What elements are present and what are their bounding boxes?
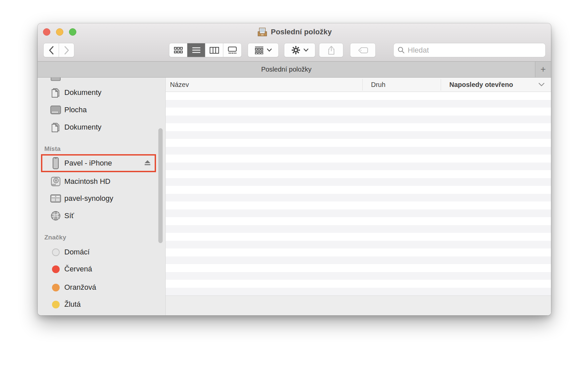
chevron-down-icon (304, 49, 308, 52)
network-globe-icon (50, 210, 61, 222)
empty-file-list (166, 92, 551, 295)
sidebar-scrollbar[interactable] (158, 128, 163, 243)
documents-icon (50, 87, 61, 99)
list-view-button[interactable] (187, 43, 205, 57)
back-button[interactable] (43, 43, 59, 57)
sidebar: Dokumenty Plocha (38, 78, 166, 315)
sidebar-item-label: Dokumenty (64, 123, 101, 132)
section-label-places: Místa (44, 145, 61, 153)
share-button[interactable] (319, 43, 343, 57)
tab-bar: Poslední položky + (38, 61, 551, 78)
gallery-view-icon (228, 47, 237, 54)
gear-icon (291, 46, 300, 55)
sidebar-item-label: Žlutá (64, 300, 81, 309)
window-body: Dokumenty Plocha (38, 78, 551, 315)
tag-circle-orange-icon (52, 284, 60, 291)
sidebar-item-label: Oranžová (64, 283, 96, 292)
column-header-kind[interactable]: Druh (371, 78, 385, 92)
gallery-view-button[interactable] (223, 43, 241, 57)
group-button[interactable] (248, 43, 279, 57)
column-divider[interactable] (362, 79, 363, 91)
sidebar-item-sit[interactable]: Síť (38, 210, 165, 222)
sidebar-item-label: Dokumenty (64, 88, 101, 97)
sidebar-item-dokumenty-2[interactable]: Dokumenty (38, 121, 165, 133)
tag-circle-red-icon (52, 265, 60, 273)
list-view-icon (192, 47, 201, 54)
search-input[interactable] (408, 46, 534, 55)
hard-drive-icon (50, 176, 61, 187)
tag-button[interactable] (350, 43, 376, 57)
file-list-pane: Název Druh Naposledy otevřeno (166, 78, 551, 315)
sidebar-item-dokumenty-1[interactable]: Dokumenty (38, 87, 165, 99)
search-icon (398, 47, 405, 54)
sidebar-item-label: Macintosh HD (64, 177, 110, 186)
forward-button[interactable] (59, 43, 74, 57)
column-header-last-opened[interactable]: Naposledy otevřeno (449, 78, 513, 92)
grid-view-icon (174, 47, 183, 54)
sidebar-item-label: pavel-synology (64, 194, 113, 203)
sidebar-item-label: Domácí (64, 248, 90, 256)
sidebar-item-tag-domaci[interactable]: Domácí (38, 246, 165, 258)
eject-icon[interactable] (144, 160, 151, 166)
desktop-icon (50, 104, 61, 116)
sidebar-item-plocha[interactable]: Plocha (38, 104, 165, 116)
column-view-button[interactable] (205, 43, 223, 57)
chevron-down-icon (267, 49, 272, 52)
sidebar-item-label: Plocha (64, 106, 87, 114)
sidebar-item-macintosh-hd[interactable]: Macintosh HD (38, 176, 165, 187)
finder-window: Poslední položky (38, 23, 551, 315)
titlebar: Poslední položky (38, 26, 551, 38)
tab-recent-items[interactable]: Poslední položky (38, 62, 535, 77)
icon-view-button[interactable] (169, 43, 187, 57)
window-chrome: Poslední položky (38, 23, 551, 61)
sidebar-item-tag-oranzova[interactable]: Oranžová (38, 281, 165, 293)
sidebar-item-tag-zluta[interactable]: Žlutá (38, 298, 165, 310)
sidebar-item-pavel-synology[interactable]: pavel-synology (38, 192, 165, 204)
list-footer-area (166, 295, 551, 315)
column-header-name[interactable]: Název (170, 78, 189, 92)
sort-chevron-icon (539, 78, 544, 92)
section-label-tags: Značky (44, 234, 66, 241)
group-icon (255, 46, 264, 54)
tag-circle-yellow-icon (52, 301, 60, 308)
iphone-icon (50, 157, 61, 169)
window-title: Poslední položky (271, 28, 332, 36)
share-icon (327, 46, 335, 55)
tag-circle-gray-icon (52, 248, 60, 256)
sidebar-item-label: Síť (64, 211, 74, 220)
documents-icon (50, 121, 61, 133)
plus-icon: + (541, 64, 546, 75)
sidebar-item-label: Pavel - iPhone (64, 159, 112, 168)
search-field[interactable] (393, 43, 546, 57)
new-tab-button[interactable]: + (535, 62, 551, 77)
sidebar-item-tag-cervena[interactable]: Červená (38, 263, 165, 275)
column-header-row: Název Druh Naposledy otevřeno (166, 78, 551, 92)
column-divider[interactable] (441, 79, 441, 91)
nas-server-icon (50, 192, 61, 204)
recents-tray-icon (257, 27, 268, 37)
clipped-item-icon (51, 78, 61, 81)
view-switcher (169, 43, 242, 57)
sidebar-item-label: Červená (64, 265, 92, 273)
tag-icon (358, 47, 368, 54)
action-button[interactable] (284, 43, 315, 57)
column-view-icon (210, 47, 219, 54)
